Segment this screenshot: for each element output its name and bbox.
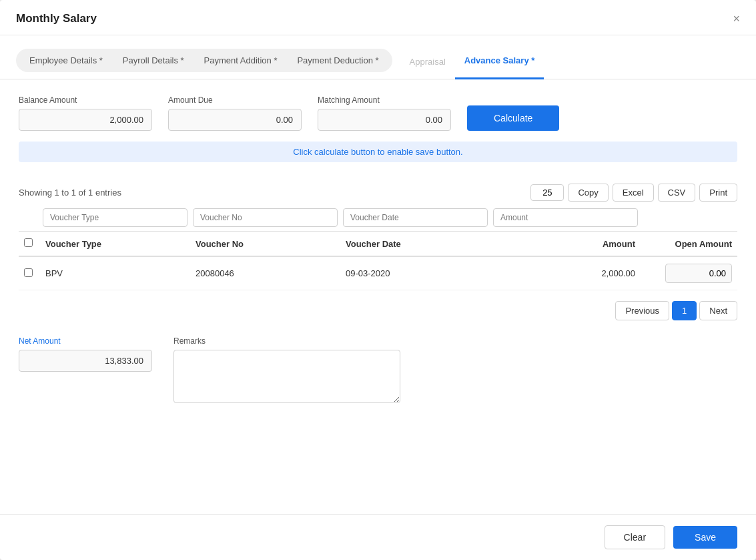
next-page-button[interactable]: Next — [699, 301, 737, 320]
table-buttons: Copy Excel CSV Print — [530, 184, 737, 202]
modal-body: Balance Amount Amount Due Matching Amoun… — [0, 79, 756, 514]
remarks-textarea[interactable] — [173, 350, 400, 403]
per-page-input[interactable] — [530, 184, 564, 201]
net-amount-group: Net Amount — [19, 336, 152, 372]
modal-footer: Clear Save — [0, 514, 756, 560]
col-voucher-no: Voucher No — [190, 232, 340, 257]
balance-row: Balance Amount Amount Due Matching Amoun… — [19, 95, 737, 131]
tab-payment-deduction[interactable]: Payment Deduction * — [288, 51, 388, 69]
open-amount-input[interactable] — [665, 264, 732, 283]
print-button[interactable]: Print — [699, 184, 737, 202]
pagination-row: Previous 1 Next — [19, 301, 737, 320]
col-open-amount: Open Amount — [641, 232, 737, 257]
remarks-label: Remarks — [173, 336, 400, 346]
net-amount-label: Net Amount — [19, 336, 152, 346]
col-voucher-type: Voucher Type — [40, 232, 190, 257]
table-header-row: Voucher Type Voucher No Voucher Date Amo… — [19, 232, 737, 257]
amount-due-input[interactable] — [168, 109, 302, 131]
cell-amount: 2,000.00 — [490, 256, 641, 290]
filter-row — [19, 208, 737, 232]
tab-employee-details[interactable]: Employee Details * — [20, 51, 112, 69]
cell-voucher-no: 20080046 — [190, 256, 340, 290]
close-icon[interactable]: × — [733, 13, 740, 25]
excel-button[interactable]: Excel — [613, 184, 654, 202]
matching-amount-input[interactable] — [318, 109, 451, 131]
data-table: Voucher Type Voucher No Voucher Date Amo… — [19, 208, 737, 290]
tab-advance-salary[interactable]: Advance Salary * — [455, 50, 544, 79]
previous-page-button[interactable]: Previous — [615, 301, 669, 320]
amount-due-group: Amount Due — [168, 95, 302, 131]
entries-text: Showing 1 to 1 of 1 entries — [19, 188, 121, 198]
csv-button[interactable]: CSV — [658, 184, 696, 202]
balance-amount-label: Balance Amount — [19, 95, 152, 105]
col-amount: Amount — [490, 232, 641, 257]
amount-due-label: Amount Due — [168, 95, 302, 105]
copy-button[interactable]: Copy — [568, 184, 608, 202]
filter-amount[interactable] — [493, 208, 638, 227]
select-all-checkbox[interactable] — [24, 238, 33, 247]
balance-amount-group: Balance Amount — [19, 95, 152, 131]
save-button[interactable]: Save — [673, 526, 737, 549]
modal-header: Monthly Salary × — [0, 0, 756, 35]
col-voucher-date: Voucher Date — [340, 232, 490, 257]
bottom-fields: Net Amount Remarks — [19, 336, 737, 403]
cell-voucher-type: BPV — [40, 256, 190, 290]
net-amount-input[interactable] — [19, 350, 152, 372]
table-controls: Showing 1 to 1 of 1 entries Copy Excel C… — [19, 184, 737, 202]
matching-amount-label: Matching Amount — [318, 95, 451, 105]
remarks-group: Remarks — [173, 336, 400, 403]
cell-voucher-date: 09-03-2020 — [340, 256, 490, 290]
tab-payment-addition[interactable]: Payment Addition * — [195, 51, 287, 69]
filter-voucher-type[interactable] — [43, 208, 187, 227]
row-checkbox[interactable] — [24, 268, 33, 277]
filter-voucher-date[interactable] — [343, 208, 488, 227]
clear-button[interactable]: Clear — [605, 525, 665, 549]
tab-appraisal: Appraisal — [400, 51, 455, 72]
tab-pill-group: Employee Details * Payroll Details * Pay… — [16, 49, 392, 72]
monthly-salary-modal: Monthly Salary × Employee Details * Payr… — [0, 0, 756, 560]
modal-title: Monthly Salary — [16, 12, 97, 25]
tabs-container: Employee Details * Payroll Details * Pay… — [0, 35, 756, 79]
info-banner: Click calculate button to enable save bu… — [19, 142, 737, 162]
table-row: BPV 20080046 09-03-2020 2,000.00 — [19, 256, 737, 290]
filter-voucher-no[interactable] — [193, 208, 338, 227]
current-page-button[interactable]: 1 — [672, 301, 697, 320]
tab-payroll-details[interactable]: Payroll Details * — [113, 51, 194, 69]
calculate-button[interactable]: Calculate — [467, 105, 559, 131]
balance-amount-input[interactable] — [19, 109, 152, 131]
matching-amount-group: Matching Amount — [318, 95, 451, 131]
